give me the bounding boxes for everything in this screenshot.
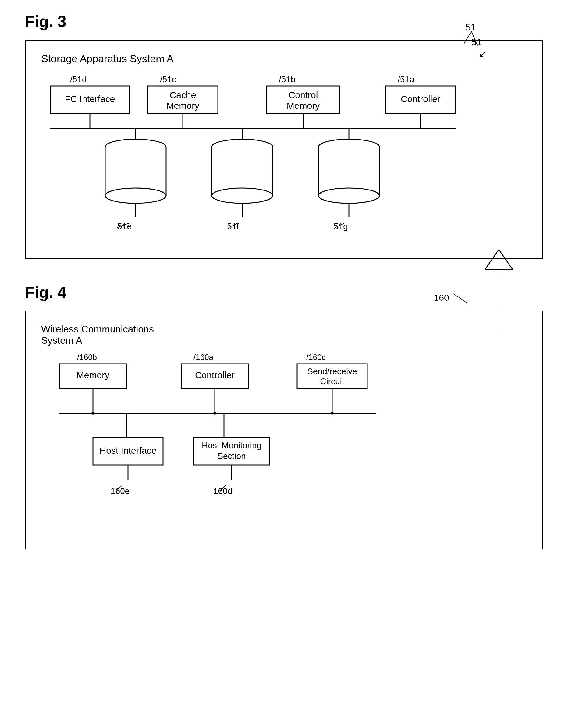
- svg-point-60: [91, 412, 94, 415]
- fig3-outer-box: Storage Apparatus System A /51d /51c /51…: [25, 40, 543, 259]
- fig4-system-label: Wireless Communications System A: [41, 324, 527, 346]
- svg-text:Control: Control: [289, 90, 318, 100]
- fig3-svg: /51d /51c /51b /51a FC Interface Cache M…: [41, 74, 523, 232]
- svg-text:51g: 51g: [334, 222, 348, 231]
- svg-text:Send/receive: Send/receive: [307, 367, 357, 376]
- svg-text:/51d: /51d: [70, 75, 87, 84]
- svg-point-26: [105, 188, 166, 203]
- svg-text:/160a: /160a: [193, 353, 214, 362]
- svg-text:Memory: Memory: [166, 101, 199, 111]
- svg-text:Controller: Controller: [195, 370, 235, 380]
- svg-text:Host Interface: Host Interface: [100, 446, 157, 456]
- svg-text:Section: Section: [217, 451, 246, 461]
- fig4-svg: /160b /160a /160c Memory Controller Send…: [41, 352, 468, 523]
- svg-text:/51a: /51a: [398, 75, 414, 84]
- svg-text:/51b: /51b: [279, 75, 296, 84]
- svg-point-33: [212, 188, 273, 203]
- ref-51-label: 51: [461, 23, 491, 50]
- svg-text:Controller: Controller: [401, 94, 440, 104]
- svg-point-40: [318, 188, 379, 203]
- svg-text:Memory: Memory: [287, 101, 320, 111]
- fig4-container: Fig. 4 160 Wireless Communications Syste…: [25, 283, 543, 549]
- svg-text:160e: 160e: [111, 486, 130, 496]
- svg-text:Host Monitoring: Host Monitoring: [202, 441, 261, 450]
- svg-marker-45: [485, 250, 513, 269]
- svg-point-62: [331, 412, 334, 415]
- fig3-container: Fig. 3 51 ↙ Storage Apparatus System A /…: [25, 12, 543, 259]
- svg-text:51f: 51f: [227, 222, 239, 231]
- svg-text:/160b: /160b: [77, 353, 97, 362]
- svg-line-44: [471, 31, 477, 46]
- fig4-outer-box: Wireless Communications System A /160b /…: [25, 311, 543, 549]
- svg-text:Memory: Memory: [76, 370, 109, 380]
- svg-text:/51c: /51c: [160, 75, 176, 84]
- svg-text:FC Interface: FC Interface: [65, 94, 115, 104]
- svg-text:Cache: Cache: [170, 90, 196, 100]
- svg-text:Circuit: Circuit: [320, 377, 344, 386]
- ref-160-label: 160: [434, 292, 470, 304]
- fig3-system-label: Storage Apparatus System A: [41, 53, 527, 65]
- svg-text:/160c: /160c: [306, 353, 326, 362]
- svg-point-61: [213, 412, 216, 415]
- svg-text:51: 51: [465, 23, 476, 33]
